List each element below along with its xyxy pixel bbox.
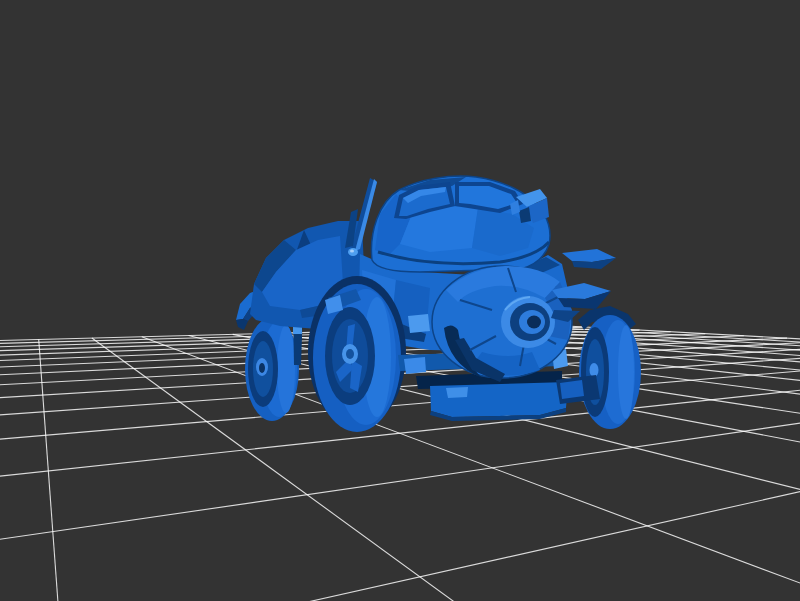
side-panel-light bbox=[408, 314, 430, 333]
chassis-bracket bbox=[404, 357, 426, 374]
front-right-hub bbox=[590, 363, 599, 377]
viewer-window bbox=[0, 0, 800, 601]
engine-nozzle-hole bbox=[527, 316, 541, 329]
skid-plate bbox=[430, 382, 568, 417]
under-engine-panel bbox=[560, 380, 584, 399]
skid-plate-light bbox=[446, 387, 468, 398]
front-left-hub-center bbox=[346, 349, 354, 359]
antenna-knob-highlight bbox=[350, 250, 354, 253]
front-right-tire-band2 bbox=[618, 325, 634, 419]
rear-left-tire-band2 bbox=[277, 325, 295, 413]
viewport-3d[interactable] bbox=[0, 0, 800, 601]
rear-left-hub-center bbox=[259, 363, 265, 373]
